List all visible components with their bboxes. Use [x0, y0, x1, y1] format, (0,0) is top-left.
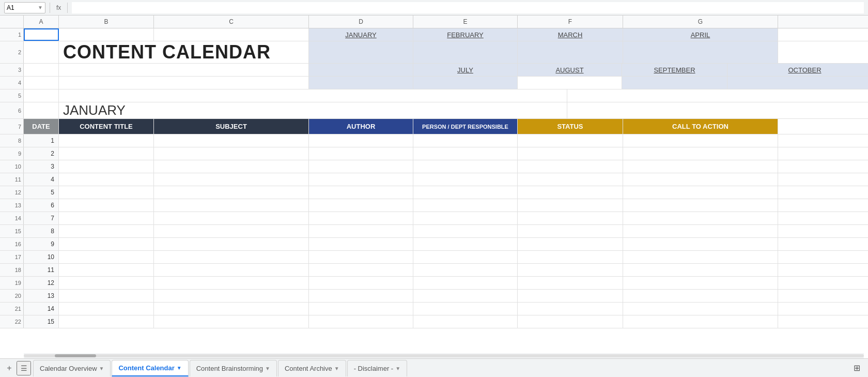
cell-bc4[interactable]	[59, 77, 309, 89]
cell-title-11[interactable]	[59, 264, 154, 276]
add-sheet-button[interactable]: +	[2, 361, 17, 375]
col-header-e[interactable]: E	[413, 16, 518, 28]
cell-author-3[interactable]	[309, 160, 413, 173]
cell-e1-feb[interactable]: FEBRUARY	[413, 28, 518, 41]
cell-title-8[interactable]	[59, 225, 154, 237]
cell-january-heading[interactable]: JANUARY	[59, 102, 567, 118]
cell-author-7[interactable]	[309, 212, 413, 224]
cell-title-7[interactable]	[59, 212, 154, 224]
cell-date-4[interactable]: 4	[24, 173, 59, 186]
cell-status-7[interactable]	[518, 212, 623, 224]
cell-subject-12[interactable]	[154, 277, 309, 289]
cell-subject-14[interactable]	[154, 303, 309, 315]
cell-person-2[interactable]	[413, 147, 518, 160]
cell-person-15[interactable]	[413, 315, 518, 328]
cell-author-6[interactable]	[309, 199, 413, 212]
cell-a5[interactable]	[24, 89, 59, 102]
cell-status-14[interactable]	[518, 303, 623, 315]
cell-f4[interactable]	[518, 77, 622, 89]
cell-date-12[interactable]: 12	[24, 277, 59, 289]
cell-date-7[interactable]: 7	[24, 212, 59, 224]
cell-date-1[interactable]: 1	[24, 134, 59, 147]
cell-author-8[interactable]	[309, 225, 413, 237]
cell-bcdefgh5[interactable]	[59, 89, 567, 102]
cell-status-3[interactable]	[518, 160, 623, 173]
cell-person-10[interactable]	[413, 251, 518, 263]
col-person-dept-header[interactable]: PERSON / DEPT RESPONSIBLE	[413, 119, 518, 134]
cell-d2[interactable]	[309, 41, 413, 63]
cell-f1-mar[interactable]: MARCH	[518, 28, 623, 41]
cell-cta-15[interactable]	[623, 315, 778, 328]
cell-author-4[interactable]	[309, 173, 413, 186]
cell-date-3[interactable]: 3	[24, 160, 59, 173]
cell-cta-3[interactable]	[623, 160, 778, 173]
cell-title-5[interactable]	[59, 186, 154, 199]
col-header-c[interactable]: C	[154, 16, 309, 28]
cell-title[interactable]: CONTENT CALENDAR	[59, 41, 309, 63]
cell-d4[interactable]	[309, 77, 413, 89]
tab-content-calendar-dropdown[interactable]: ▼	[177, 365, 182, 371]
col-header-d[interactable]: D	[309, 16, 413, 28]
cell-person-7[interactable]	[413, 212, 518, 224]
cell-status-2[interactable]	[518, 147, 623, 160]
cell-g3[interactable]: SEPTEMBER	[622, 64, 727, 76]
cell-cta-2[interactable]	[623, 147, 778, 160]
cell-a1[interactable]	[24, 28, 59, 41]
tab-disclaimer[interactable]: - Disclaimer - ▼	[347, 360, 407, 376]
cell-g1-apr[interactable]: APRIL	[623, 28, 778, 41]
cell-author-10[interactable]	[309, 251, 413, 263]
cell-title-6[interactable]	[59, 199, 154, 212]
cell-status-6[interactable]	[518, 199, 623, 212]
cell-date-9[interactable]: 9	[24, 238, 59, 250]
cell-title-15[interactable]	[59, 315, 154, 328]
col-header-a[interactable]: A	[24, 16, 59, 28]
cell-person-9[interactable]	[413, 238, 518, 250]
cell-person-8[interactable]	[413, 225, 518, 237]
cell-subject-10[interactable]	[154, 251, 309, 263]
col-date-header[interactable]: DATE	[24, 119, 59, 134]
cell-d1-jan[interactable]: JANUARY	[309, 28, 413, 41]
cell-d3[interactable]	[309, 64, 413, 76]
tab-content-archive-dropdown[interactable]: ▼	[334, 366, 339, 371]
cell-date-13[interactable]: 13	[24, 290, 59, 302]
cell-a2[interactable]	[24, 41, 59, 63]
cell-a3[interactable]	[24, 64, 59, 76]
cell-subject-6[interactable]	[154, 199, 309, 212]
cell-date-14[interactable]: 14	[24, 303, 59, 315]
cell-cta-1[interactable]	[623, 134, 778, 147]
cell-date-6[interactable]: 6	[24, 199, 59, 212]
cell-date-8[interactable]: 8	[24, 225, 59, 237]
cell-cta-9[interactable]	[623, 238, 778, 250]
cell-author-2[interactable]	[309, 147, 413, 160]
col-author-header[interactable]: AUTHOR	[309, 119, 413, 134]
cell-cta-13[interactable]	[623, 290, 778, 302]
cell-person-6[interactable]	[413, 199, 518, 212]
cell-person-12[interactable]	[413, 277, 518, 289]
cell-title-1[interactable]	[59, 134, 154, 147]
cell-subject-3[interactable]	[154, 160, 309, 173]
cell-title-10[interactable]	[59, 251, 154, 263]
cell-person-4[interactable]	[413, 173, 518, 186]
col-header-b[interactable]: B	[59, 16, 154, 28]
tab-content-calendar[interactable]: Content Calendar ▼	[112, 360, 188, 376]
col-content-title-header[interactable]: CONTENT TITLE	[59, 119, 154, 134]
cell-f3[interactable]: AUGUST	[518, 64, 622, 76]
formula-input[interactable]	[72, 2, 864, 13]
tab-content-brainstorming[interactable]: Content Brainstorming ▼	[190, 360, 277, 376]
col-status-header[interactable]: STATUS	[518, 119, 623, 134]
cell-status-12[interactable]	[518, 277, 623, 289]
tab-calendar-overview[interactable]: Calendar Overview ▼	[33, 360, 111, 376]
explore-button[interactable]: ⊞	[849, 361, 864, 375]
cell-cta-8[interactable]	[623, 225, 778, 237]
cell-h4[interactable]	[727, 77, 868, 89]
cell-status-10[interactable]	[518, 251, 623, 263]
cell-author-13[interactable]	[309, 290, 413, 302]
cell-author-11[interactable]	[309, 264, 413, 276]
cell-subject-11[interactable]	[154, 264, 309, 276]
cell-cta-4[interactable]	[623, 173, 778, 186]
cell-g2[interactable]	[623, 41, 778, 63]
cell-title-4[interactable]	[59, 173, 154, 186]
cell-cta-11[interactable]	[623, 264, 778, 276]
scrollbar-thumb[interactable]	[55, 354, 96, 357]
cell-g4[interactable]	[622, 77, 727, 89]
